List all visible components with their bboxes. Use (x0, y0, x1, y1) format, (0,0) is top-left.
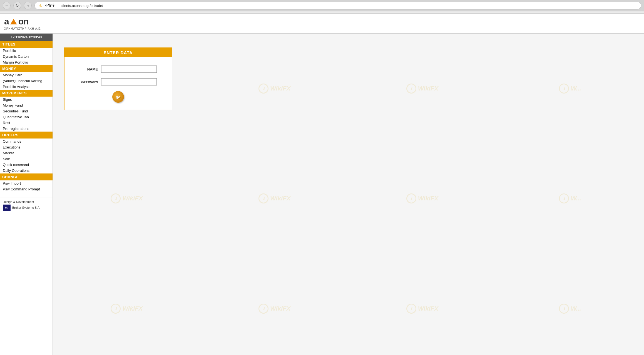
refresh-button[interactable]: ↻ (13, 2, 21, 9)
login-submit-area: go (73, 91, 163, 103)
sidebar-datetime: 12/11/2024 12:33:43 (0, 34, 53, 41)
watermark-11: ℹWikiFX (349, 254, 496, 355)
url-text: clients.axonsec.gr/e-trade/ (61, 4, 103, 8)
login-dialog-title: ENTER DATA (64, 48, 172, 57)
watermark-8: ℹW... (496, 143, 644, 253)
insecure-label: 不安全 (44, 3, 55, 8)
name-label: NAME (73, 67, 98, 71)
sidebar-item-money-fund[interactable]: Money Fund (0, 102, 53, 108)
watermark-4: ℹW... (496, 34, 644, 143)
security-warning-icon: ⚠ (39, 3, 42, 8)
sidebar-item-quantitative-tab[interactable]: Quantitative Tab (0, 114, 53, 120)
watermark-5: ℹWikiFX (53, 143, 201, 253)
sidebar-section-orders: ORDERS (0, 132, 53, 139)
sidebar: 12/11/2024 12:33:43 TITLES Portfolio Dyn… (0, 34, 53, 355)
separator: | (58, 4, 58, 8)
sidebar-item-sale[interactable]: Sale (0, 156, 53, 162)
sidebar-item-rest[interactable]: Rest (0, 120, 53, 126)
broker-logo-icon: BS (3, 205, 11, 211)
watermark-2: ℹWikiFX (201, 34, 349, 143)
sidebar-footer-logo: BS Broker Systems S.A. (3, 205, 50, 211)
password-field-row: Password (73, 78, 163, 85)
browser-toolbar: ← ↻ ⌂ ⚠ 不安全 | clients.axonsec.gr/e-trade… (0, 0, 644, 11)
sidebar-footer-label: Design & Development (3, 200, 50, 203)
password-input[interactable] (101, 78, 157, 85)
broker-company-name: Broker Systems S.A. (12, 206, 40, 209)
page-wrapper: 12/11/2024 12:33:43 TITLES Portfolio Dyn… (0, 34, 644, 355)
logo-axon: a on (4, 16, 41, 27)
home-button[interactable]: ⌂ (24, 2, 32, 9)
site-header: a on ΧΡΗΜΑΤΙΣΤΗΡΙΑΚΗ Α.Ε. (0, 14, 644, 34)
name-input[interactable] (101, 66, 157, 73)
browser-extra-toolbar (0, 11, 644, 14)
sidebar-item-pre-registrations[interactable]: Pre-registrations (0, 126, 53, 132)
sidebar-item-portfolio[interactable]: Portfolio (0, 48, 53, 54)
name-field-row: NAME (73, 66, 163, 73)
watermark-9: ℹWikiFX (53, 254, 201, 355)
sidebar-item-daily-operations[interactable]: Daily Operations (0, 168, 53, 173)
watermark-10: ℹWikiFX (201, 254, 349, 355)
logo-container: a on ΧΡΗΜΑΤΙΣΤΗΡΙΑΚΗ Α.Ε. (4, 16, 640, 30)
login-dialog: ENTER DATA NAME Password go (64, 47, 172, 110)
sidebar-item-financial-karting[interactable]: (Valuer)Financial Karting (0, 78, 53, 84)
sidebar-item-quick-command[interactable]: Quick command (0, 162, 53, 168)
watermark-6: ℹWikiFX (201, 143, 349, 253)
sidebar-item-psw-import[interactable]: Psw Import (0, 180, 53, 186)
sidebar-item-market[interactable]: Market (0, 150, 53, 156)
go-button[interactable]: go (112, 91, 124, 103)
login-dialog-body: NAME Password go (64, 57, 172, 110)
sidebar-item-portfolio-analysis[interactable]: Portfolio Analysis (0, 84, 53, 90)
sidebar-section-titles: TITLES (0, 41, 53, 48)
sidebar-item-dynamic-carton[interactable]: Dynamic Carton (0, 54, 53, 59)
main-content: ℹWikiFX ℹWikiFX ℹWikiFX ℹW... ℹWikiFX ℹW… (53, 34, 644, 355)
watermark-3: ℹWikiFX (349, 34, 496, 143)
back-button[interactable]: ← (3, 2, 11, 9)
sidebar-item-executions[interactable]: Executions (0, 144, 53, 150)
sidebar-section-money: MONEY (0, 65, 53, 72)
sidebar-item-psw-command-prompt[interactable]: Psw Command Prompt (0, 186, 53, 192)
watermark-7: ℹWikiFX (349, 143, 496, 253)
sidebar-item-margin-portfolio[interactable]: Margin Portfolio (0, 59, 53, 65)
go-button-label: go (116, 95, 120, 99)
sidebar-footer: Design & Development BS Broker Systems S… (0, 198, 53, 213)
sidebar-item-commands[interactable]: Commands (0, 139, 53, 144)
sidebar-section-change: CHANGE (0, 173, 53, 180)
logo: a on ΧΡΗΜΑΤΙΣΤΗΡΙΑΚΗ Α.Ε. (4, 16, 41, 30)
logo-subtitle: ΧΡΗΜΑΤΙΣΤΗΡΙΑΚΗ Α.Ε. (4, 27, 41, 30)
sidebar-item-money-card[interactable]: Money Card (0, 72, 53, 78)
sidebar-item-signs[interactable]: Signs (0, 97, 53, 102)
watermark-12: ℹW... (496, 254, 644, 355)
sidebar-item-securities-fund[interactable]: Securities Fund (0, 108, 53, 114)
address-bar[interactable]: ⚠ 不安全 | clients.axonsec.gr/e-trade/ (34, 2, 641, 9)
logo-triangle-icon (10, 19, 17, 24)
logo-on: on (18, 16, 29, 27)
password-label: Password (73, 80, 98, 84)
sidebar-section-movements: MOVEMENTS (0, 90, 53, 97)
logo-a: a (4, 16, 9, 27)
